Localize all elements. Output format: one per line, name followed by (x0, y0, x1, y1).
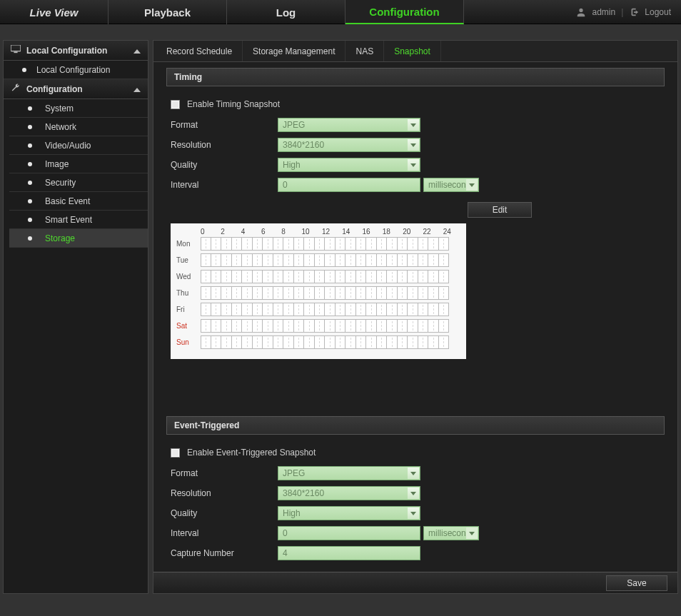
schedule-cell[interactable] (398, 335, 408, 349)
schedule-cell[interactable] (253, 253, 263, 267)
schedule-cell[interactable] (294, 270, 305, 283)
schedule-cell[interactable] (366, 303, 377, 316)
schedule-cell[interactable] (221, 270, 232, 283)
schedule-cell[interactable] (356, 286, 367, 300)
schedule-cell[interactable] (377, 237, 388, 251)
schedule-cell[interactable] (336, 253, 346, 267)
schedule-cell[interactable] (232, 335, 243, 349)
schedule-cell[interactable] (315, 270, 326, 283)
event-interval-unit-select[interactable]: millisecond (423, 526, 479, 540)
schedule-cell[interactable] (283, 335, 294, 349)
schedule-cell[interactable] (283, 303, 294, 316)
schedule-cell[interactable] (345, 286, 356, 300)
schedule-cell[interactable] (325, 286, 336, 300)
schedule-cell[interactable] (428, 335, 439, 349)
schedule-cell[interactable] (428, 253, 439, 267)
tab-record-schedule[interactable]: Record Schedule (156, 41, 243, 61)
schedule-cell[interactable] (304, 303, 315, 316)
schedule-cell[interactable] (428, 303, 439, 316)
schedule-cell[interactable] (242, 237, 253, 251)
schedule-cell[interactable] (377, 270, 388, 283)
schedule-cell[interactable] (211, 319, 222, 333)
format-select[interactable]: JPEG (278, 118, 420, 132)
schedule-cell[interactable] (439, 303, 450, 316)
schedule-cell[interactable] (304, 253, 315, 267)
sidebar-section-local-config[interactable]: Local Configuration (4, 41, 148, 61)
schedule-cell[interactable] (253, 237, 263, 251)
nav-configuration[interactable]: Configuration (345, 0, 464, 24)
schedule-cell[interactable] (304, 270, 315, 283)
schedule-cell[interactable] (253, 319, 263, 333)
schedule-cell[interactable] (242, 319, 253, 333)
tab-storage-management[interactable]: Storage Management (243, 41, 345, 61)
schedule-cell[interactable] (211, 335, 222, 349)
schedule-cell[interactable] (273, 319, 284, 333)
schedule-cell[interactable] (263, 253, 273, 267)
schedule-cell[interactable] (273, 270, 284, 283)
schedule-cell[interactable] (377, 319, 388, 333)
capture-number-input[interactable]: 4 (278, 546, 420, 560)
schedule-cell[interactable] (366, 270, 377, 283)
schedule-cell[interactable] (398, 319, 408, 333)
schedule-cell[interactable] (336, 237, 346, 251)
sidebar-item-video-audio[interactable]: Video/Audio (9, 136, 148, 155)
event-resolution-select[interactable]: 3840*2160 (278, 486, 420, 500)
schedule-cell[interactable] (253, 303, 263, 316)
schedule-cell[interactable] (345, 303, 356, 316)
schedule-cell[interactable] (398, 286, 408, 300)
schedule-cell[interactable] (398, 303, 408, 316)
schedule-cell[interactable] (325, 303, 336, 316)
schedule-cell[interactable] (387, 253, 398, 267)
schedule-cell[interactable] (201, 237, 211, 251)
schedule-cell[interactable] (336, 270, 346, 283)
schedule-cell[interactable] (439, 286, 450, 300)
sidebar-item-local-configuration[interactable]: Local Configuration (4, 61, 148, 79)
interval-input[interactable]: 0 (278, 178, 420, 192)
schedule-cell[interactable] (408, 253, 418, 267)
schedule-cell[interactable] (283, 253, 294, 267)
sidebar-item-smart-event[interactable]: Smart Event (9, 211, 148, 229)
schedule-cell[interactable] (345, 319, 356, 333)
schedule-cell[interactable] (242, 303, 253, 316)
sidebar-section-configuration[interactable]: Configuration (4, 79, 148, 99)
schedule-cell[interactable] (201, 319, 211, 333)
schedule-cell[interactable] (408, 237, 418, 251)
schedule-cell[interactable] (283, 319, 294, 333)
schedule-cell[interactable] (221, 253, 232, 267)
schedule-cell[interactable] (283, 237, 294, 251)
schedule-cell[interactable] (315, 319, 326, 333)
schedule-cell[interactable] (304, 286, 315, 300)
schedule-cell[interactable] (242, 286, 253, 300)
edit-button[interactable]: Edit (468, 202, 532, 218)
schedule-cell[interactable] (408, 286, 418, 300)
schedule-cell[interactable] (408, 270, 418, 283)
schedule-cell[interactable] (273, 335, 284, 349)
sidebar-item-image[interactable]: Image (9, 155, 148, 173)
schedule-cell[interactable] (387, 319, 398, 333)
schedule-cell[interactable] (356, 303, 367, 316)
enable-event-checkbox[interactable] (171, 448, 180, 458)
schedule-cell[interactable] (263, 237, 273, 251)
schedule-cell[interactable] (418, 270, 429, 283)
schedule-cell[interactable] (398, 237, 408, 251)
schedule-cell[interactable] (356, 335, 367, 349)
schedule-cell[interactable] (428, 237, 439, 251)
schedule-cell[interactable] (336, 303, 346, 316)
schedule-cell[interactable] (201, 253, 211, 267)
schedule-cell[interactable] (439, 319, 450, 333)
schedule-cell[interactable] (377, 335, 388, 349)
schedule-cell[interactable] (398, 253, 408, 267)
schedule-cell[interactable] (377, 253, 388, 267)
schedule-cell[interactable] (201, 335, 211, 349)
schedule-cell[interactable] (273, 286, 284, 300)
schedule-cell[interactable] (345, 335, 356, 349)
schedule-cell[interactable] (408, 303, 418, 316)
sidebar-item-security[interactable]: Security (9, 173, 148, 192)
schedule-cell[interactable] (428, 319, 439, 333)
nav-log[interactable]: Log (227, 0, 345, 24)
enable-timing-checkbox[interactable] (171, 100, 180, 109)
resolution-select[interactable]: 3840*2160 (278, 138, 420, 152)
schedule-cell[interactable] (336, 335, 346, 349)
event-quality-select[interactable]: High (278, 506, 420, 520)
schedule-cell[interactable] (336, 319, 346, 333)
